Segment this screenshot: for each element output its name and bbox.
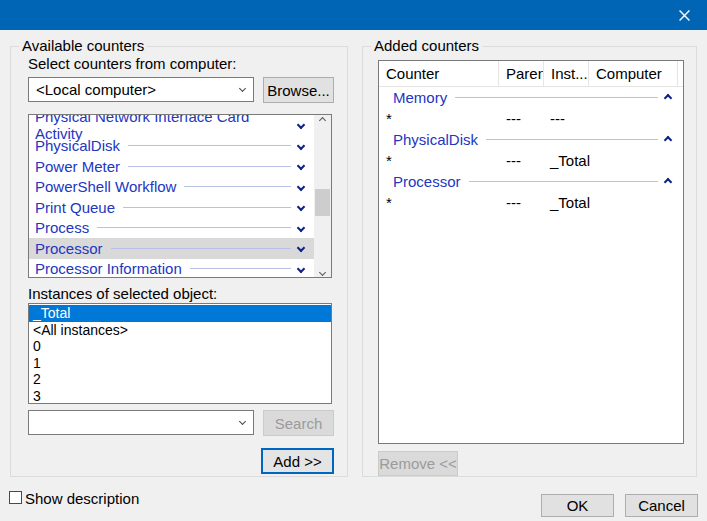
chevron-down-icon[interactable] bbox=[297, 183, 305, 191]
counter-item[interactable]: Power Meter bbox=[29, 156, 314, 177]
chevron-down-icon[interactable] bbox=[297, 265, 305, 273]
counter-item-selected[interactable]: Processor bbox=[29, 238, 314, 259]
counter-item[interactable]: Processor Information bbox=[29, 259, 314, 279]
table-header: Counter Parent Inst... Computer bbox=[379, 61, 683, 87]
counter-item[interactable]: Process bbox=[29, 218, 314, 239]
column-header-computer[interactable]: Computer bbox=[589, 61, 678, 86]
ok-button[interactable]: OK bbox=[541, 494, 614, 517]
show-description-checkbox[interactable] bbox=[9, 491, 22, 504]
select-computer-label: Select counters from computer: bbox=[28, 55, 236, 72]
computer-combo-value: <Local computer> bbox=[36, 81, 240, 98]
chevron-down-icon[interactable] bbox=[297, 224, 305, 232]
scroll-up-icon[interactable] bbox=[319, 117, 326, 124]
chevron-down-icon[interactable] bbox=[297, 162, 305, 170]
instance-item[interactable]: 3 bbox=[29, 388, 331, 405]
instance-item[interactable]: 1 bbox=[29, 355, 331, 372]
show-description-label: Show description bbox=[25, 490, 139, 507]
chevron-down-icon[interactable] bbox=[297, 244, 305, 252]
column-header-parent[interactable]: Parent bbox=[499, 61, 544, 86]
counter-list-scrollbar[interactable] bbox=[314, 115, 331, 277]
added-counters-table: Counter Parent Inst... Computer Memory *… bbox=[378, 60, 684, 444]
instances-listbox: _Total <All instances> 0 1 2 3 bbox=[28, 303, 332, 404]
counter-group-header[interactable]: PhysicalDisk bbox=[379, 129, 683, 150]
scrollbar-thumb[interactable] bbox=[315, 189, 330, 216]
chevron-down-icon[interactable] bbox=[297, 203, 305, 211]
chevron-up-icon[interactable] bbox=[664, 135, 672, 143]
titlebar bbox=[0, 0, 707, 30]
search-combo[interactable] bbox=[28, 410, 254, 435]
remove-button[interactable]: Remove << bbox=[378, 451, 458, 476]
computer-combo[interactable]: <Local computer> bbox=[28, 77, 254, 102]
search-button[interactable]: Search bbox=[263, 410, 334, 436]
table-row[interactable]: * --- --- bbox=[379, 108, 683, 129]
instances-label: Instances of selected object: bbox=[28, 285, 217, 302]
instance-item-selected[interactable]: _Total bbox=[29, 305, 331, 322]
column-header-instance[interactable]: Inst... bbox=[544, 61, 589, 86]
counter-group-header[interactable]: Processor bbox=[379, 171, 683, 192]
counter-item[interactable]: Physical Network Interface Card Activity bbox=[29, 115, 314, 136]
counter-group-header[interactable]: Memory bbox=[379, 87, 683, 108]
column-header-counter[interactable]: Counter bbox=[379, 61, 499, 86]
chevron-down-icon bbox=[239, 84, 246, 91]
chevron-up-icon[interactable] bbox=[664, 93, 672, 101]
counter-item[interactable]: PowerShell Workflow bbox=[29, 177, 314, 198]
scroll-down-icon[interactable] bbox=[319, 269, 326, 276]
add-button[interactable]: Add >> bbox=[261, 448, 334, 474]
close-button[interactable] bbox=[661, 0, 707, 30]
chevron-down-icon bbox=[239, 417, 246, 424]
cancel-button[interactable]: Cancel bbox=[625, 494, 698, 517]
instance-item[interactable]: 0 bbox=[29, 338, 331, 355]
table-row[interactable]: * --- _Total bbox=[379, 192, 683, 213]
table-row[interactable]: * --- _Total bbox=[379, 150, 683, 171]
chevron-up-icon[interactable] bbox=[664, 177, 672, 185]
browse-button[interactable]: Browse... bbox=[263, 77, 334, 103]
available-counters-group-label: Available counters bbox=[19, 37, 147, 54]
counter-item[interactable]: Print Queue bbox=[29, 197, 314, 218]
counter-listbox: Physical Network Interface Card Activity… bbox=[28, 114, 332, 278]
instance-item[interactable]: <All instances> bbox=[29, 322, 331, 339]
close-icon bbox=[679, 10, 690, 21]
chevron-down-icon[interactable] bbox=[297, 121, 305, 129]
added-counters-group-label: Added counters bbox=[371, 37, 482, 54]
chevron-down-icon[interactable] bbox=[297, 142, 305, 150]
instance-item[interactable]: 2 bbox=[29, 371, 331, 388]
